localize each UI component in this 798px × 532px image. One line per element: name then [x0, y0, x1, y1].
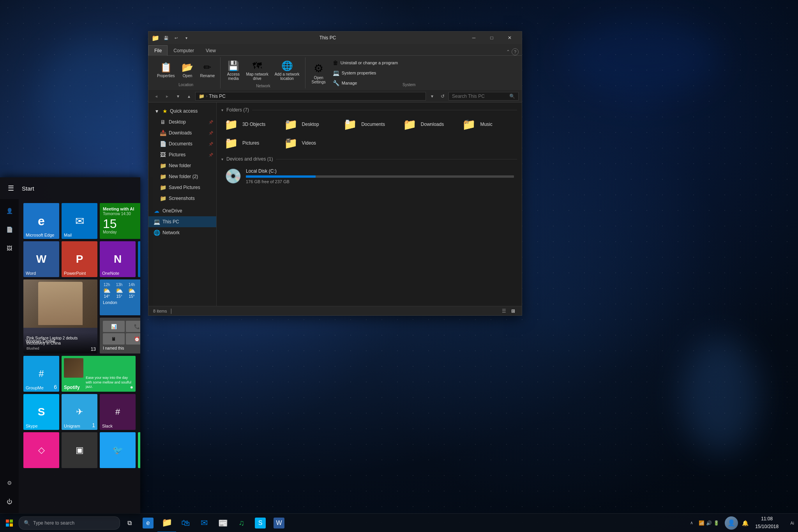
ribbon-help-btn[interactable]: ? [512, 48, 519, 55]
taskbar-edge-btn[interactable]: e [139, 514, 157, 532]
tile-tldr[interactable]: ▣ [62, 432, 97, 468]
tile-word[interactable]: W Word [23, 241, 59, 277]
taskbar-mail-btn[interactable]: ✉ [195, 514, 214, 532]
taskbar-clock[interactable]: 11:08 15/10/2018 [750, 514, 783, 532]
sidebar-item-desktop[interactable]: 🖥 Desktop 📌 [148, 117, 216, 127]
folder-videos[interactable]: 📁 🎬 Videos [281, 134, 339, 152]
sidebar-screenshots-label: Screenshots [169, 196, 195, 201]
sys-props-btn[interactable]: 💻 System properties [331, 69, 399, 77]
map-network-btn[interactable]: 🗺 Map networkdrive [244, 59, 270, 82]
add-network-btn[interactable]: 🌐 Add a networklocation [272, 59, 302, 82]
sidebar-item-screenshots[interactable]: 📁 Screenshots [148, 193, 216, 204]
taskbar-word-btn[interactable]: W [270, 514, 288, 532]
sidebar-item-downloads[interactable]: 📥 Downloads 📌 [148, 127, 216, 138]
sidebar-item-documents[interactable]: 📄 Documents 📌 [148, 138, 216, 149]
rename-btn[interactable]: ✏ Rename [198, 59, 217, 81]
hamburger-button[interactable]: ☰ [6, 182, 16, 194]
language-indicator[interactable]: Ai [788, 521, 796, 525]
tray-sound-icon[interactable]: 🔊 [706, 520, 712, 526]
properties-btn[interactable]: 📋 Properties [155, 59, 177, 81]
folders-expand-chevron[interactable]: ▾ [221, 108, 223, 112]
refresh-button[interactable]: ↺ [438, 92, 447, 101]
tile-onenote[interactable]: N OneNote [100, 241, 136, 277]
open-btn[interactable]: 📂 Open [179, 59, 196, 81]
sidebar-item-network[interactable]: 🌐 Network [148, 227, 216, 238]
taskbar-skype-btn[interactable]: S [251, 514, 270, 532]
uninstall-btn[interactable]: 🗑 Uninstall or change a program [331, 58, 399, 67]
manage-btn[interactable]: 🔧 Manage [331, 79, 399, 87]
sidebar-item-saved-pictures[interactable]: 📁 Saved Pictures [148, 182, 216, 193]
taskbar-search[interactable]: 🔍 Type here to search [19, 516, 120, 530]
folder-desktop[interactable]: 📁 🖥 Desktop [281, 116, 339, 133]
tile-unigram[interactable]: ✈ Unigram 1 [62, 394, 97, 430]
start-nav-settings[interactable]: ⚙ [2, 475, 17, 491]
sidebar-item-new-folder-2[interactable]: 📁 New folder (2) [148, 171, 216, 182]
recent-locations-btn[interactable]: ▾ [173, 92, 183, 101]
tile-groupme[interactable]: # GroupMe 6 [23, 356, 59, 392]
tile-skype[interactable]: S Skype [23, 394, 59, 430]
drive-c[interactable]: 💿 Local Disk (C:) 176 GB free of 237 GB [221, 165, 517, 187]
tray-overflow-btn[interactable]: ∧ [689, 520, 695, 525]
sidebar-quickaccess-header[interactable]: ▾ ★ Quick access [148, 106, 216, 117]
start-nav-power[interactable]: ⏻ [2, 494, 17, 509]
save-quick-btn[interactable]: 💾 [162, 34, 170, 42]
large-icons-view-btn[interactable]: ⊞ [509, 307, 517, 315]
tile-pink-app[interactable]: ◇ [23, 432, 59, 468]
up-button[interactable]: ▴ [184, 92, 194, 101]
access-media-btn[interactable]: 💾 Accessmedia [224, 59, 242, 82]
tile-ppt[interactable]: P PowerPoint [62, 241, 97, 277]
ribbon-tab-file[interactable]: File [148, 45, 168, 56]
tile-twitter2[interactable]: 🐦 [100, 432, 136, 468]
action-center-btn[interactable]: 🔔 [740, 518, 750, 528]
search-box[interactable]: Search This PC 🔍 [448, 92, 519, 101]
tray-wifi-icon[interactable]: 📶 [699, 520, 704, 526]
tile-news[interactable]: Pink Surface Laptop 2 debuts exclusively… [23, 279, 97, 353]
taskbar-spotify-btn[interactable]: ♫ [232, 514, 251, 532]
start-nav-person[interactable]: 👤 [2, 203, 17, 219]
taskbar-file-explorer-btn[interactable]: 📁 [157, 514, 176, 532]
minimize-button[interactable]: ─ [465, 32, 483, 44]
sidebar-item-onedrive[interactable]: ☁ OneDrive [148, 205, 216, 216]
address-dropdown-btn[interactable]: ▾ [427, 92, 437, 101]
folder-documents[interactable]: 📁 📄 Documents [340, 116, 398, 133]
maximize-button[interactable]: □ [483, 32, 501, 44]
start-nav-pictures[interactable]: 🖼 [2, 240, 17, 256]
user-avatar[interactable]: 👤 [725, 516, 738, 530]
tile-edge[interactable]: e Microsoft Edge [23, 203, 59, 239]
folder-3d-objects[interactable]: 📁 ◈ 3D Objects [221, 116, 279, 133]
ribbon-tab-view[interactable]: View [200, 45, 222, 56]
close-button[interactable]: ✕ [501, 32, 519, 44]
tile-mail[interactable]: ✉ Mail [62, 203, 97, 239]
task-view-button[interactable]: ⧉ [120, 514, 139, 532]
sidebar-item-pictures[interactable]: 🖼 Pictures 📌 [148, 149, 216, 160]
customize-quick-btn[interactable]: ▾ [182, 34, 191, 42]
tile-whatsapp[interactable]: 📱 [138, 432, 140, 468]
back-button[interactable]: ◂ [152, 92, 161, 101]
folders-section-label: Folders (7) [226, 107, 249, 113]
undo-quick-btn[interactable]: ↩ [172, 34, 180, 42]
tile-spotify[interactable]: Ease your way into the day with some mel… [62, 356, 136, 392]
open-settings-btn[interactable]: ⚙ OpenSettings [309, 60, 328, 86]
folder-pictures[interactable]: 📁 🖼 Pictures [221, 134, 279, 152]
start-button[interactable] [0, 514, 19, 532]
tile-calendar[interactable]: Meeting with Al Tomorrow 14:30 15 Monday [100, 203, 140, 239]
taskbar-store-btn[interactable]: 🛍 [176, 514, 195, 532]
details-view-btn[interactable]: ☰ [500, 307, 508, 315]
start-nav-documents[interactable]: 📄 [2, 222, 17, 237]
tile-named[interactable]: 📊 📞 S 🖩 ⏰ 🎮 I named this [100, 318, 140, 353]
sidebar-item-this-pc[interactable]: 💻 This PC [148, 216, 216, 227]
folder-music[interactable]: 📁 🎵 Music [459, 116, 517, 133]
sidebar-item-new-folder[interactable]: 📁 New folder [148, 160, 216, 171]
devices-expand-chevron[interactable]: ▾ [221, 157, 223, 161]
tile-slack[interactable]: # Slack [100, 394, 136, 430]
taskbar-news-btn[interactable]: 📰 [214, 514, 232, 532]
ribbon-up-chevron[interactable]: ⌃ [506, 49, 510, 55]
forward-button[interactable]: ▸ [162, 92, 172, 101]
tray-battery-icon[interactable]: 🔋 [713, 520, 719, 526]
ribbon-tab-computer[interactable]: Computer [168, 45, 200, 56]
show-desktop-btn[interactable] [784, 514, 787, 532]
address-path[interactable]: 📁 › This PC [195, 92, 426, 101]
tile-weather[interactable]: 12h ⛅ 14° 13h ⛅ 15° 14h [100, 279, 140, 315]
folder-downloads[interactable]: 📁 ↓ Downloads [400, 116, 458, 133]
tile-onedrive[interactable]: ☁ OneDrive [138, 241, 140, 277]
